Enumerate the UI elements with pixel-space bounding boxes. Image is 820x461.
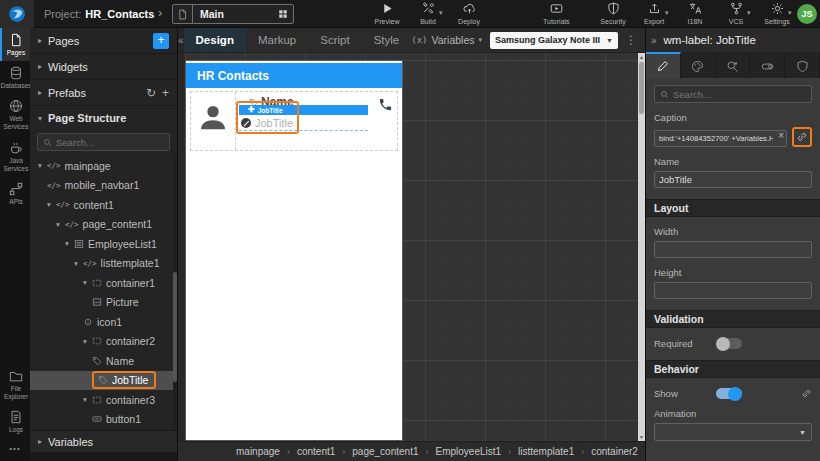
person-placeholder-icon[interactable] bbox=[191, 92, 236, 150]
kebab-menu-icon[interactable]: ⋮ bbox=[618, 33, 644, 47]
rail-databases[interactable]: Databases bbox=[0, 61, 30, 94]
rail-file-explorer[interactable]: File Explorer bbox=[0, 364, 30, 405]
deploy-button[interactable]: Deploy bbox=[456, 2, 482, 25]
width-input[interactable] bbox=[654, 241, 812, 258]
tab-script[interactable]: Script bbox=[308, 28, 361, 52]
breadcrumb-content1[interactable]: content1 bbox=[297, 446, 335, 457]
tree-item-mainpage[interactable]: ▾ </> mainpage bbox=[30, 156, 177, 176]
variables-dropdown[interactable]: (x) Variables ▾ bbox=[411, 34, 482, 46]
tree-item-JobTitle[interactable]: JobTitle bbox=[30, 371, 177, 391]
canvas-scrollbar[interactable]: ▲ ▼ bbox=[638, 53, 645, 441]
grid-icon[interactable] bbox=[273, 9, 293, 19]
animation-select[interactable]: ▼ bbox=[654, 423, 812, 441]
section-widgets[interactable]: ▸ Widgets bbox=[30, 54, 177, 80]
i18n-button[interactable]: I18N bbox=[682, 2, 708, 25]
rail-web-services[interactable]: Web Services bbox=[0, 94, 30, 135]
mobile-navbar[interactable]: HR Contacts bbox=[186, 63, 402, 88]
rail-apis[interactable]: APIs bbox=[0, 177, 30, 210]
list-text-container[interactable]: Name ✚ JobTitle JobTitle bbox=[236, 92, 371, 150]
tree-item-container3[interactable]: ▾ container3 bbox=[30, 390, 177, 410]
required-toggle[interactable] bbox=[716, 338, 742, 349]
clear-caption-icon[interactable]: × bbox=[778, 129, 784, 142]
tree-scrollbar[interactable] bbox=[173, 154, 177, 430]
export-button[interactable]: ▾ Export bbox=[641, 2, 667, 25]
chevron-down-icon: ▾ bbox=[479, 36, 483, 44]
refresh-icon[interactable]: ↻ bbox=[146, 87, 156, 99]
settings-button[interactable]: ▾ Settings bbox=[764, 2, 790, 25]
tree-item-container2[interactable]: ▾ container2 bbox=[30, 332, 177, 352]
breadcrumb-EmployeeList1[interactable]: EmployeeList1 bbox=[435, 446, 501, 457]
show-toggle[interactable] bbox=[716, 388, 742, 399]
add-prefab-button[interactable]: + bbox=[162, 87, 169, 99]
tree-item-icon1[interactable]: icon1 bbox=[30, 312, 177, 332]
tree-item-Picture[interactable]: Picture bbox=[30, 293, 177, 313]
breadcrumb-listtemplate1[interactable]: listtemplate1 bbox=[518, 446, 574, 457]
preview-button[interactable]: Preview bbox=[374, 2, 400, 25]
chevron-down-icon[interactable]: ▾ bbox=[47, 200, 56, 209]
call-icon[interactable] bbox=[371, 92, 397, 150]
height-input[interactable] bbox=[654, 282, 812, 299]
breadcrumb-page_content1[interactable]: page_content1 bbox=[352, 446, 418, 457]
layout-section-header[interactable]: Layout bbox=[646, 199, 820, 217]
tree-item-container1[interactable]: ▾ container1 bbox=[30, 273, 177, 293]
code-icon: </> bbox=[47, 161, 61, 170]
user-avatar[interactable]: JS bbox=[797, 4, 817, 24]
bind-link-icon[interactable] bbox=[792, 127, 812, 147]
tab-devices[interactable] bbox=[750, 52, 785, 78]
tab-styles[interactable] bbox=[681, 52, 716, 78]
design-canvas[interactable]: HR Contacts Name ✚ JobTitle JobTitle bbox=[178, 53, 645, 441]
tab-properties[interactable] bbox=[646, 52, 681, 78]
vcs-button[interactable]: ▾ VCS bbox=[723, 2, 749, 25]
scroll-up-icon[interactable]: ▲ bbox=[638, 54, 645, 60]
tree-item-page_content1[interactable]: ▾ </> page_content1 bbox=[30, 215, 177, 235]
add-page-button[interactable]: + bbox=[153, 33, 169, 49]
tree-item-mobile_navbar1[interactable]: </> mobile_navbar1 bbox=[30, 176, 177, 196]
tree-item-content1[interactable]: ▾ </> content1 bbox=[30, 195, 177, 215]
validation-section-header[interactable]: Validation bbox=[646, 310, 820, 328]
chevron-down-icon[interactable]: ▾ bbox=[38, 161, 47, 170]
tab-security[interactable] bbox=[785, 52, 820, 78]
tab-markup[interactable]: Markup bbox=[246, 28, 308, 52]
properties-search-input[interactable] bbox=[673, 89, 806, 100]
list-template[interactable]: Name ✚ JobTitle JobTitle bbox=[190, 91, 398, 151]
chevron-down-icon[interactable]: ▾ bbox=[74, 259, 83, 268]
section-pages[interactable]: ▸ Pages + bbox=[30, 28, 177, 54]
security-button[interactable]: Security bbox=[600, 2, 626, 25]
tree-item-button1[interactable]: button1 bbox=[30, 410, 177, 430]
project-name[interactable]: Project: HR_Contacts bbox=[44, 0, 154, 28]
collapse-right-panel-button[interactable]: » bbox=[651, 35, 657, 46]
breadcrumb-mainpage[interactable]: mainpage bbox=[236, 446, 280, 457]
build-button[interactable]: ▾ Build bbox=[415, 2, 441, 25]
rail-java-services[interactable]: Java Services bbox=[0, 136, 30, 177]
rail-pages[interactable]: Pages bbox=[0, 28, 30, 61]
section-variables[interactable]: ▸ Variables bbox=[30, 430, 177, 452]
chevron-down-icon[interactable]: ▾ bbox=[83, 278, 92, 287]
tab-events[interactable] bbox=[716, 52, 751, 78]
chevron-down-icon[interactable]: ▾ bbox=[56, 220, 65, 229]
scrollbar-thumb[interactable] bbox=[639, 62, 644, 114]
rail-logs[interactable]: Logs bbox=[0, 405, 30, 438]
show-bind-link-icon[interactable] bbox=[801, 388, 812, 399]
tutorials-button[interactable]: Tutorials bbox=[543, 2, 570, 25]
name-input[interactable] bbox=[654, 171, 812, 188]
phone-preview[interactable]: HR Contacts Name ✚ JobTitle JobTitle bbox=[185, 60, 403, 441]
page-tab-main[interactable]: Main bbox=[172, 4, 294, 24]
caption-input[interactable] bbox=[654, 130, 787, 147]
tree-item-listtemplate1[interactable]: ▾ </> listtemplate1 bbox=[30, 254, 177, 274]
rail-more-button[interactable]: ••• bbox=[0, 438, 30, 461]
section-prefabs[interactable]: ▸ Prefabs ↻ + bbox=[30, 80, 177, 106]
tab-style[interactable]: Style bbox=[362, 28, 412, 52]
wavemaker-logo[interactable] bbox=[0, 0, 34, 28]
device-selector[interactable]: Samsung Galaxy Note III ▼ bbox=[490, 32, 618, 49]
breadcrumb-container2[interactable]: container2 bbox=[591, 446, 638, 457]
section-page-structure[interactable]: ▾ Page Structure bbox=[30, 106, 177, 130]
tab-design[interactable]: Design bbox=[184, 28, 246, 52]
search-input[interactable] bbox=[56, 137, 164, 148]
tree-item-EmployeeList1[interactable]: ▾ EmployeeList1 bbox=[30, 234, 177, 254]
chevron-down-icon[interactable]: ▾ bbox=[65, 239, 74, 248]
scroll-down-icon[interactable]: ▼ bbox=[638, 434, 645, 440]
chevron-down-icon[interactable]: ▾ bbox=[83, 395, 92, 404]
tree-item-Name[interactable]: Name bbox=[30, 351, 177, 371]
behavior-section-header[interactable]: Behavior bbox=[646, 360, 820, 378]
chevron-down-icon[interactable]: ▾ bbox=[83, 337, 92, 346]
